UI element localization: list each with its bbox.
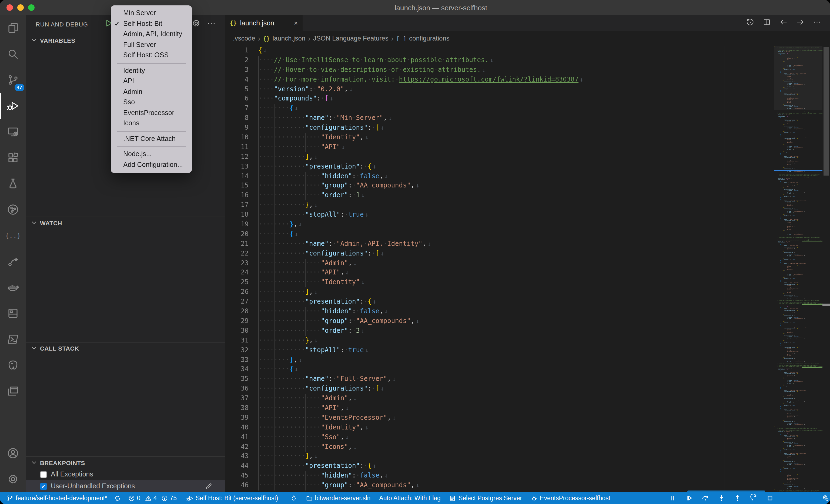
activity-item-run-and-debug[interactable]: [0, 93, 26, 119]
code-area[interactable]: 1{↓2····//·Use·IntelliSense·to·learn·abo…: [225, 46, 830, 492]
debug-step-out-icon[interactable]: [734, 494, 741, 502]
debug-restart-icon[interactable]: [750, 494, 758, 502]
menu-item-admin[interactable]: Admin: [111, 87, 192, 97]
code-line[interactable]: 39················"EventsProcessor",↓: [225, 413, 830, 423]
code-line[interactable]: 12············],↓: [225, 152, 830, 162]
code-line[interactable]: 7········{↓: [225, 104, 830, 114]
navigate-back-icon[interactable]: [779, 18, 788, 28]
code-line[interactable]: 10················"Identity",↓: [225, 133, 830, 143]
editor-scrollbar[interactable]: [823, 46, 830, 492]
code-line[interactable]: 13············"presentation":·{↓: [225, 162, 830, 171]
menu-item-eventsprocessor[interactable]: EventsProcessor: [111, 108, 192, 118]
code-line[interactable]: 35············"name":·"Full·Server",↓: [225, 375, 830, 384]
status-item-debug-target[interactable]: Self Host: Bit (server-selfhost): [186, 495, 278, 502]
debug-stop-icon[interactable]: [766, 494, 774, 502]
code-line[interactable]: 20········{↓: [225, 230, 830, 239]
status-item-problems[interactable]: 0475: [128, 495, 180, 502]
scrollbar-thumb[interactable]: [824, 47, 829, 175]
code-line[interactable]: 6····"compounds":·[↓: [225, 94, 830, 104]
code-line[interactable]: 26············],↓: [225, 288, 830, 297]
section-call-stack[interactable]: CALL STACK: [30, 342, 79, 355]
code-line[interactable]: 22············"configurations":·[↓: [225, 249, 830, 259]
code-line[interactable]: 31············},↓: [225, 336, 830, 345]
code-line[interactable]: 8············"name":·"Min·Server",↓: [225, 113, 830, 123]
code-line[interactable]: 18············"stopAll":·true↓: [225, 210, 830, 220]
open-launch-json-button[interactable]: [191, 19, 201, 28]
status-item-postgres-select[interactable]: Select Postgres Server: [449, 495, 522, 502]
code-line[interactable]: 43············],↓: [225, 452, 830, 462]
activity-item-extensions[interactable]: [0, 145, 26, 171]
debug-continue-icon[interactable]: [685, 494, 693, 502]
code-line[interactable]: 34········{↓: [225, 365, 830, 375]
section-breakpoints[interactable]: BREAKPOINTS: [30, 457, 85, 469]
code-line[interactable]: 21············"name":·"Admin,·API,·Ident…: [225, 239, 830, 249]
status-item-flame[interactable]: [290, 495, 297, 502]
code-line[interactable]: 25················"Identity"↓: [225, 278, 830, 288]
code-line[interactable]: 28················"hidden":·false,↓: [225, 307, 830, 316]
timeline-icon[interactable]: [746, 18, 754, 28]
code-line[interactable]: 19········},↓: [225, 220, 830, 230]
menu-item-api[interactable]: API: [111, 76, 192, 87]
code-line[interactable]: 42················"Icons",↓: [225, 442, 830, 452]
minimap[interactable]: { // Use IntelliSense to learn about pos…: [774, 46, 823, 492]
code-line[interactable]: 32············"stopAll":·true↓: [225, 345, 830, 355]
code-line[interactable]: 17············},↓: [225, 201, 830, 210]
activity-item-source-control[interactable]: 47: [0, 67, 26, 93]
activity-item-testing[interactable]: [0, 171, 26, 197]
close-window-button[interactable]: [6, 4, 13, 11]
code-line[interactable]: 38················"API",↓: [225, 404, 830, 413]
menu-item-full-server[interactable]: Full Server: [111, 40, 192, 50]
code-line[interactable]: 46················"group":·"AA_compounds…: [225, 481, 830, 491]
code-line[interactable]: 30················"order":·3↓: [225, 326, 830, 336]
code-line[interactable]: 5····"version":·"0.2.0",↓: [225, 85, 830, 94]
views-more-actions-button[interactable]: [206, 19, 216, 28]
navigate-forward-icon[interactable]: [796, 18, 805, 28]
activity-item-powershell[interactable]: [0, 326, 26, 352]
activity-item-remote-explorer[interactable]: [0, 119, 26, 145]
debug-pause-icon[interactable]: [669, 494, 676, 502]
code-line[interactable]: 2····//·Use·IntelliSense·to·learn·about·…: [225, 56, 830, 65]
breakpoint-row[interactable]: ✓User-Unhandled Exceptions: [26, 480, 225, 492]
split-editor-icon[interactable]: [762, 18, 771, 28]
debug-step-over-icon[interactable]: [701, 494, 709, 502]
code-line[interactable]: 3····//·Hover·to·view·descriptions·of·ex…: [225, 65, 830, 75]
code-line[interactable]: 11················"API"↓: [225, 143, 830, 152]
menu-item-net-core-attach[interactable]: .NET Core Attach: [111, 134, 192, 144]
activity-item-rest-client[interactable]: {..}: [0, 223, 26, 248]
code-line[interactable]: 16················"order":·1↓: [225, 191, 830, 201]
activity-item-search[interactable]: [0, 41, 26, 67]
code-line[interactable]: 29················"group":·"AA_compounds…: [225, 316, 830, 326]
menu-item-self-host-oss[interactable]: Self Host: OSS: [111, 50, 192, 61]
activity-item-accounts[interactable]: [0, 440, 26, 466]
section-variables[interactable]: VARIABLES: [30, 35, 75, 46]
checkbox-unchecked[interactable]: [40, 471, 47, 478]
activity-item-postgresql[interactable]: [0, 352, 26, 378]
code-line[interactable]: 40················"Identity",↓: [225, 423, 830, 432]
activity-item-docker[interactable]: [0, 274, 26, 300]
section-watch[interactable]: WATCH: [30, 217, 62, 229]
activity-item-live-share[interactable]: [0, 248, 26, 274]
activity-item-explorer[interactable]: [0, 15, 26, 41]
code-line[interactable]: 15················"group":·"AA_compounds…: [225, 181, 830, 191]
status-item-sync[interactable]: [114, 495, 121, 502]
more-actions-icon[interactable]: [813, 18, 821, 28]
code-line[interactable]: 37················"Admin",↓: [225, 394, 830, 404]
menu-item-identity[interactable]: Identity: [111, 66, 192, 76]
menu-item-admin-api-identity[interactable]: Admin, API, Identity: [111, 29, 192, 40]
status-item-debug-session[interactable]: EventsProcessor-selfhost: [531, 495, 610, 502]
status-item-solution[interactable]: bitwarden-server.sln: [306, 495, 371, 502]
breadcrumb-json-language-features[interactable]: JSON Language Features: [313, 35, 388, 42]
activity-item-window-layouts[interactable]: [0, 378, 26, 404]
code-line[interactable]: 41················"Sso",↓: [225, 432, 830, 442]
code-line[interactable]: 14················"hidden":·false,↓: [225, 171, 830, 181]
code-line[interactable]: 23················"Admin",↓: [225, 259, 830, 268]
breadcrumb-configurations[interactable]: configurations: [409, 35, 449, 42]
add-configuration-button[interactable]: Add Configuration...: [687, 491, 765, 492]
code-line[interactable]: 4····//·For·more·information,·visit:·htt…: [225, 75, 830, 85]
menu-item-icons[interactable]: Icons: [111, 118, 192, 129]
debug-step-into-icon[interactable]: [717, 494, 725, 502]
zoom-window-button[interactable]: [28, 4, 35, 11]
code-line[interactable]: 33········},↓: [225, 355, 830, 365]
status-item-spell-checker[interactable]: Spell: [822, 494, 830, 502]
minimize-window-button[interactable]: [17, 4, 24, 11]
